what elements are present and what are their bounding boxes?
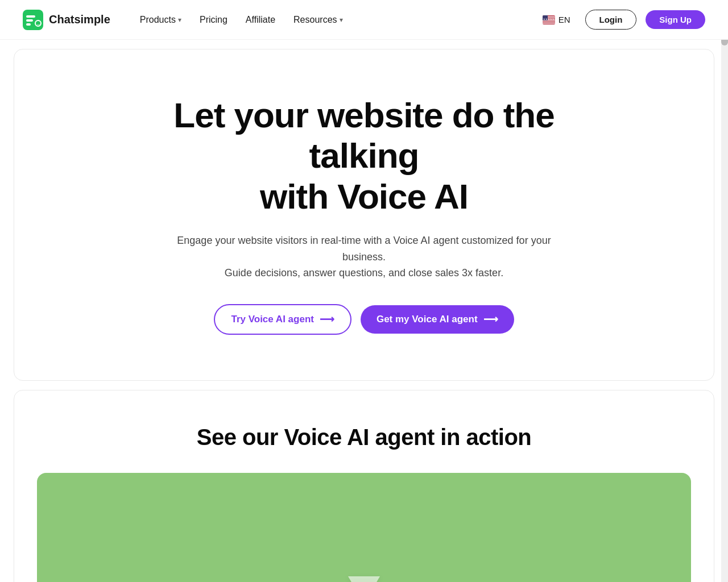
logo-icon: ... — [23, 10, 43, 30]
get-voice-ai-button[interactable]: Get my Voice AI agent ⟶ — [361, 305, 514, 334]
nav-pricing[interactable]: Pricing — [193, 10, 234, 30]
get-arrow-icon: ⟶ — [483, 313, 498, 326]
resources-chevron-icon: ▾ — [340, 16, 343, 24]
hero-section: Let your website do the talking with Voi… — [14, 49, 714, 381]
svg-rect-1 — [26, 15, 35, 18]
language-selector[interactable]: ★★★★★★★★★★★★★★★★★★★★★★★★★★★★★★★★★★★★★★★★… — [537, 11, 576, 28]
navbar-right: ★★★★★★★★★★★★★★★★★★★★★★★★★★★★★★★★★★★★★★★★… — [537, 10, 705, 30]
nav-resources[interactable]: Resources ▾ — [287, 10, 349, 30]
svg-rect-0 — [23, 10, 43, 30]
svg-rect-11 — [543, 22, 555, 22]
lang-label: EN — [559, 15, 570, 24]
try-voice-ai-button[interactable]: Try Voice AI agent ⟶ — [214, 304, 351, 335]
flag-icon: ★★★★★★★★★★★★★★★★★★★★★★★★★★★★★★★★★★★★★★★★… — [543, 15, 555, 24]
svg-rect-3 — [26, 23, 31, 26]
demo-title: See our Voice AI agent in action — [37, 425, 691, 450]
demo-section: See our Voice AI agent in action Ask Age… — [14, 390, 714, 582]
scrollbar-track[interactable] — [721, 0, 728, 582]
hero-title: Let your website do the talking with Voi… — [119, 95, 609, 217]
login-button[interactable]: Login — [585, 10, 637, 30]
try-arrow-icon: ⟶ — [320, 313, 334, 326]
logo[interactable]: ... Chatsimple — [23, 10, 110, 30]
hero-buttons: Try Voice AI agent ⟶ Get my Voice AI age… — [37, 304, 691, 335]
nav-products[interactable]: Products ▾ — [133, 10, 188, 30]
nav-affiliate[interactable]: Affiliate — [239, 10, 282, 30]
demo-video-area: Ask Agent × — [37, 473, 691, 582]
svg-text:★★★★★★★★★★★★★★★★★★★★★★★★★★★★★★: ★★★★★★★★★★★★★★★★★★★★★★★★★★★★★★★★★★★★★★★★… — [543, 18, 555, 20]
products-chevron-icon: ▾ — [178, 16, 181, 24]
navbar-left: ... Chatsimple Products ▾ Pricing Affili… — [23, 10, 350, 30]
svg-rect-2 — [26, 19, 33, 22]
svg-rect-12 — [543, 23, 555, 23]
logo-brand-name: Chatsimple — [49, 13, 110, 26]
nav-links: Products ▾ Pricing Affiliate Resources ▾ — [133, 10, 350, 30]
hero-subtitle: Engage your website visitors in real-tim… — [165, 232, 563, 281]
navbar: ... Chatsimple Products ▾ Pricing Affili… — [0, 0, 728, 40]
signup-button[interactable]: Sign Up — [646, 10, 705, 29]
play-triangle-icon — [348, 576, 380, 582]
svg-text:...: ... — [37, 22, 40, 26]
